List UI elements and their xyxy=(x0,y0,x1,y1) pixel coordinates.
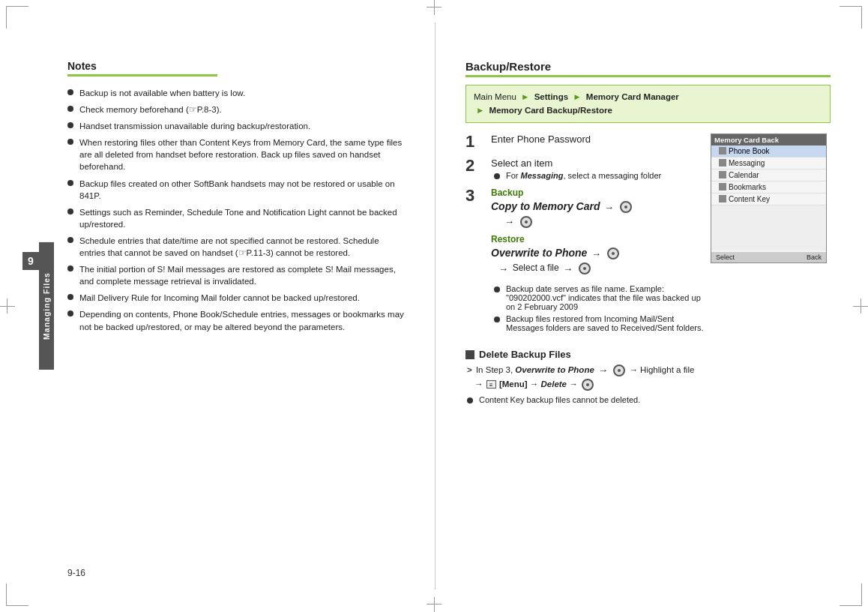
steps-section: 1 Enter Phone Password 2 Select an item … xyxy=(465,134,831,332)
breadcrumb-text: Main Menu ► Settings ► Memory Card Manag… xyxy=(474,92,679,115)
right-panel: Backup/Restore Main Menu ► Settings ► Me… xyxy=(443,22,846,590)
bullet-icon xyxy=(67,237,73,243)
bullet-icon xyxy=(494,173,500,179)
delete-step-text: > In Step 3, Overwrite to Phone → → High… xyxy=(467,363,831,391)
delete-note: Content Key backup files cannot be delet… xyxy=(467,395,831,404)
backup-label: Backup xyxy=(491,188,707,198)
phone-title: Memory Card Back xyxy=(711,134,826,146)
contentkey-icon xyxy=(719,195,726,202)
phonebook-icon xyxy=(719,147,726,154)
phone-menu-item-messaging: Messaging xyxy=(711,158,826,170)
steps-column: 1 Enter Phone Password 2 Select an item … xyxy=(465,134,707,332)
step3-note-2: Backup files restored from Incoming Mail… xyxy=(494,314,707,332)
list-item: The initial portion of S! Mail messages … xyxy=(67,263,405,287)
step3-notes: Backup date serves as file name. Example… xyxy=(491,284,707,332)
phone-menu-item-calendar: Calendar xyxy=(711,170,826,182)
list-item: Mail Delivery Rule for Incoming Mail fol… xyxy=(67,292,405,304)
menu-icon: ≡ xyxy=(486,380,496,388)
bullet-icon xyxy=(67,294,73,300)
step-1-text: Enter Phone Password xyxy=(491,134,707,145)
bookmarks-icon xyxy=(719,183,726,190)
backup-action-2: → xyxy=(503,215,707,228)
bullet-icon xyxy=(494,316,500,322)
circle-button-icon xyxy=(520,216,532,228)
right-heading: Backup/Restore xyxy=(465,60,831,77)
step-1: 1 Enter Phone Password xyxy=(465,134,707,150)
bullet-icon xyxy=(67,139,73,145)
phone-menu-item-contentkey: Content Key xyxy=(711,194,826,206)
step-2-sub: For Messaging, select a messaging folder xyxy=(494,171,707,180)
crosshair-left xyxy=(0,298,15,314)
restore-label: Restore xyxy=(491,234,707,244)
bullet-icon xyxy=(67,180,73,186)
messaging-icon xyxy=(719,159,726,166)
bullet-icon xyxy=(67,310,73,316)
left-panel: 9 Managing Files Notes Backup is not ava… xyxy=(22,22,427,590)
calendar-icon xyxy=(719,171,726,178)
crosshair-right xyxy=(853,298,868,314)
phone-mockup-column: Memory Card Back Phone Book Messaging Ca… xyxy=(711,134,831,332)
step-3-content: Backup Copy to Memory Card → → Restore xyxy=(491,188,707,277)
arrow-icon: ► xyxy=(521,92,529,101)
phone-screen: Memory Card Back Phone Book Messaging Ca… xyxy=(711,134,827,263)
crosshair-bottom xyxy=(427,597,441,612)
crosshair-top xyxy=(427,0,441,15)
section-tab-label: Managing Files xyxy=(39,242,54,370)
circle-button-icon xyxy=(613,364,625,376)
bullet-icon xyxy=(67,208,73,214)
delete-section: Delete Backup Files > In Step 3, Overwri… xyxy=(465,344,831,404)
bullet-icon xyxy=(467,398,473,404)
breadcrumb: Main Menu ► Settings ► Memory Card Manag… xyxy=(465,85,831,123)
phone-menu-item-bookmarks: Bookmarks xyxy=(711,182,826,194)
circle-button-icon xyxy=(579,262,591,274)
list-item: Schedule entries that date/time are not … xyxy=(67,235,405,259)
step-2-content: Select an item For Messaging, select a m… xyxy=(491,158,707,180)
phone-menu-item-phonebook: Phone Book xyxy=(711,146,826,158)
circle-button-icon xyxy=(607,248,619,260)
restore-action-2: → Select a file → xyxy=(497,262,707,274)
bullet-icon xyxy=(67,106,73,112)
delete-title: Delete Backup Files xyxy=(479,349,571,360)
bullet-icon xyxy=(67,266,73,272)
delete-heading-row: Delete Backup Files xyxy=(465,349,831,360)
arrow-icon: ► xyxy=(573,92,581,101)
list-item: When restoring files other than Content … xyxy=(67,136,405,172)
list-item: Backup is not available when battery is … xyxy=(67,87,405,99)
list-item: Handset transmission unavailable during … xyxy=(67,120,405,132)
page-number: 9-16 xyxy=(67,568,85,578)
notes-list: Backup is not available when battery is … xyxy=(67,87,405,333)
list-item: Backup files created on other SoftBank h… xyxy=(67,178,405,202)
list-item: Check memory beforehand (☞P.8-3). xyxy=(67,104,405,116)
bullet-icon xyxy=(494,286,500,292)
step-1-content: Enter Phone Password xyxy=(491,134,707,147)
step-2: 2 Select an item For Messaging, select a… xyxy=(465,158,707,180)
section-number: 9 xyxy=(22,252,39,270)
phone-bottom-bar: Select Back xyxy=(711,252,826,262)
backup-action: Copy to Memory Card → xyxy=(491,200,707,214)
delete-square-icon xyxy=(465,350,474,359)
phone-screen-body xyxy=(711,206,826,250)
bullet-icon xyxy=(67,122,73,128)
step3-note-1: Backup date serves as file name. Example… xyxy=(494,284,707,311)
list-item: Depending on contents, Phone Book/Schedu… xyxy=(67,308,405,332)
circle-button-icon xyxy=(620,201,632,213)
circle-button-icon xyxy=(582,379,594,391)
notes-heading: Notes xyxy=(67,60,217,76)
list-item: Settings such as Reminder, Schedule Tone… xyxy=(67,206,405,230)
step-number-2: 2 xyxy=(465,158,486,174)
step-number-1: 1 xyxy=(465,134,486,150)
panel-divider xyxy=(435,22,435,590)
restore-action: Overwrite to Phone → xyxy=(491,247,707,260)
step-2-text: Select an item xyxy=(491,158,707,169)
arrow-icon: ► xyxy=(476,106,484,115)
step-number-3: 3 xyxy=(465,188,486,204)
bullet-icon xyxy=(67,89,73,95)
step-3: 3 Backup Copy to Memory Card → → xyxy=(465,188,707,277)
